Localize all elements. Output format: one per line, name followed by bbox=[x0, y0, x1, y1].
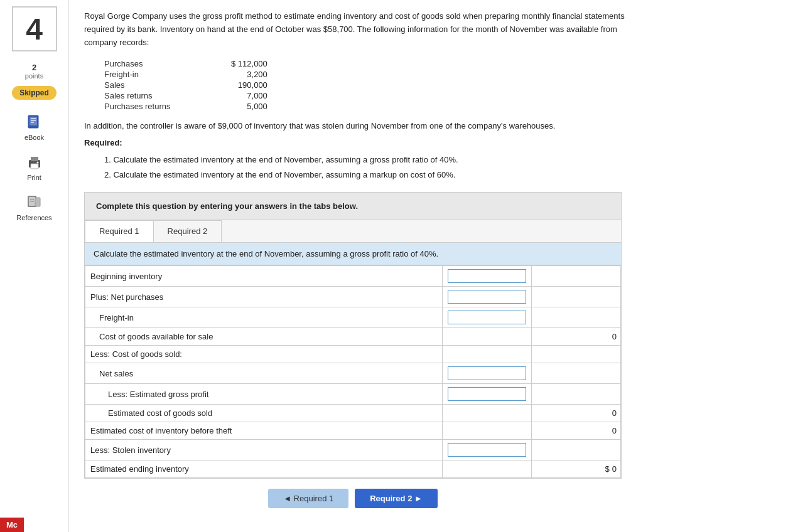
data-table-row: Purchases$ 112,000 bbox=[104, 59, 267, 68]
data-label: Freight-in bbox=[104, 70, 217, 79]
svg-point-8 bbox=[36, 162, 38, 164]
points-label: points bbox=[25, 72, 43, 80]
row-col3 bbox=[531, 346, 620, 363]
table-row: Estimated ending inventory$0 bbox=[85, 460, 621, 478]
row-col2[interactable] bbox=[442, 287, 531, 307]
row-label: Freight-in bbox=[85, 307, 443, 328]
tab-required-1[interactable]: Required 1 bbox=[85, 220, 154, 242]
data-label: Purchases returns bbox=[104, 102, 217, 111]
row-col3 bbox=[531, 440, 620, 460]
row-col3: $0 bbox=[531, 460, 620, 478]
tabs-container: Required 1Required 2 Calculate the estim… bbox=[84, 220, 622, 479]
data-value: 3,200 bbox=[219, 70, 267, 79]
row-label: Estimated cost of goods sold bbox=[85, 405, 443, 422]
data-table: Purchases$ 112,000Freight-in3,200Sales19… bbox=[103, 58, 269, 112]
references-label: References bbox=[16, 214, 51, 221]
table-row: Estimated cost of inventory before theft… bbox=[85, 422, 621, 440]
data-value: 7,000 bbox=[219, 91, 267, 100]
svg-rect-7 bbox=[31, 164, 38, 169]
status-badge: Skipped bbox=[12, 86, 57, 100]
row-label: Less: Cost of goods sold: bbox=[85, 346, 443, 363]
cell-input-col2-0[interactable] bbox=[448, 269, 526, 283]
data-table-row: Sales190,000 bbox=[104, 80, 267, 90]
required-item: 1. Calculate the estimated inventory at … bbox=[104, 152, 773, 167]
ebook-label: eBook bbox=[24, 134, 44, 141]
svg-rect-11 bbox=[35, 198, 40, 206]
row-col2[interactable] bbox=[442, 384, 531, 405]
table-row: Beginning inventory bbox=[85, 266, 621, 287]
table-row: Freight-in bbox=[85, 307, 621, 328]
row-label: Cost of goods available for sale bbox=[85, 328, 443, 346]
next-button[interactable]: Required 2 ► bbox=[355, 489, 438, 508]
row-label: Less: Estimated gross profit bbox=[85, 384, 443, 405]
row-col2 bbox=[442, 346, 531, 363]
cell-input-col2-2[interactable] bbox=[448, 311, 526, 324]
references-icon bbox=[24, 193, 44, 213]
print-icon bbox=[24, 152, 45, 173]
data-label: Purchases bbox=[104, 59, 217, 68]
prev-button[interactable]: ◄ Required 1 bbox=[268, 489, 348, 508]
row-label: Estimated ending inventory bbox=[85, 460, 443, 478]
svg-rect-1 bbox=[30, 117, 37, 125]
data-table-row: Sales returns7,000 bbox=[104, 91, 267, 100]
data-label: Sales returns bbox=[104, 91, 217, 100]
row-label: Net sales bbox=[85, 363, 443, 384]
table-row: Net sales bbox=[85, 363, 621, 384]
ebook-button[interactable]: eBook bbox=[24, 112, 45, 141]
cell-input-col2-1[interactable] bbox=[448, 290, 526, 304]
question-text: Royal Gorge Company uses the gross profi… bbox=[84, 10, 649, 49]
row-col3: 0 bbox=[531, 328, 620, 346]
table-row: Estimated cost of goods sold0 bbox=[85, 405, 621, 422]
data-label: Sales bbox=[104, 80, 217, 90]
row-col3 bbox=[531, 266, 620, 287]
inventory-table: Beginning inventoryPlus: Net purchasesFr… bbox=[85, 265, 621, 478]
table-row: Plus: Net purchases bbox=[85, 287, 621, 307]
row-label: Less: Stolen inventory bbox=[85, 440, 443, 460]
tab-required-2[interactable]: Required 2 bbox=[153, 220, 222, 242]
table-row: Less: Cost of goods sold: bbox=[85, 346, 621, 363]
bottom-bar: Mc bbox=[0, 518, 24, 532]
row-col3 bbox=[531, 384, 620, 405]
row-col2 bbox=[442, 405, 531, 422]
row-col2[interactable] bbox=[442, 440, 531, 460]
row-col3: 0 bbox=[531, 405, 620, 422]
print-label: Print bbox=[27, 174, 41, 181]
tab-content: Calculate the estimated inventory at the… bbox=[85, 243, 621, 478]
required-items: 1. Calculate the estimated inventory at … bbox=[94, 152, 773, 182]
references-button[interactable]: References bbox=[16, 193, 51, 221]
row-label: Beginning inventory bbox=[85, 266, 443, 287]
nav-buttons: ◄ Required 1 Required 2 ► bbox=[84, 489, 622, 508]
cell-input-col2-9[interactable] bbox=[448, 443, 526, 457]
cell-value: 0 bbox=[612, 464, 617, 474]
ebook-icon bbox=[24, 112, 45, 132]
print-button[interactable]: Print bbox=[24, 152, 45, 181]
data-table-row: Purchases returns5,000 bbox=[104, 102, 267, 111]
row-col2[interactable] bbox=[442, 266, 531, 287]
row-col2 bbox=[442, 460, 531, 478]
row-col3 bbox=[531, 363, 620, 384]
sidebar: 4 2 points Skipped eBook bbox=[0, 0, 69, 532]
required-item: 2. Calculate the estimated inventory at … bbox=[104, 168, 773, 182]
cell-input-col2-5[interactable] bbox=[448, 366, 526, 380]
svg-rect-6 bbox=[31, 157, 38, 161]
row-label: Plus: Net purchases bbox=[85, 287, 443, 307]
row-label: Estimated cost of inventory before theft bbox=[85, 422, 443, 440]
data-table-row: Freight-in3,200 bbox=[104, 70, 267, 79]
required-label: Required: bbox=[84, 138, 773, 147]
dollar-sign: $ bbox=[605, 464, 610, 474]
complete-box: Complete this question by entering your … bbox=[84, 192, 622, 220]
row-col2[interactable] bbox=[442, 307, 531, 328]
data-value: 190,000 bbox=[219, 80, 267, 90]
tabs-header: Required 1Required 2 bbox=[85, 220, 621, 243]
row-col2 bbox=[442, 328, 531, 346]
cell-input-col2-6[interactable] bbox=[448, 387, 526, 401]
data-value: $ 112,000 bbox=[219, 59, 267, 68]
table-row: Cost of goods available for sale0 bbox=[85, 328, 621, 346]
points-value: 2 bbox=[32, 63, 36, 72]
tab-description: Calculate the estimated inventory at the… bbox=[85, 243, 621, 265]
row-col3: 0 bbox=[531, 422, 620, 440]
row-col3 bbox=[531, 287, 620, 307]
row-col2[interactable] bbox=[442, 363, 531, 384]
table-row: Less: Stolen inventory bbox=[85, 440, 621, 460]
data-value: 5,000 bbox=[219, 102, 267, 111]
